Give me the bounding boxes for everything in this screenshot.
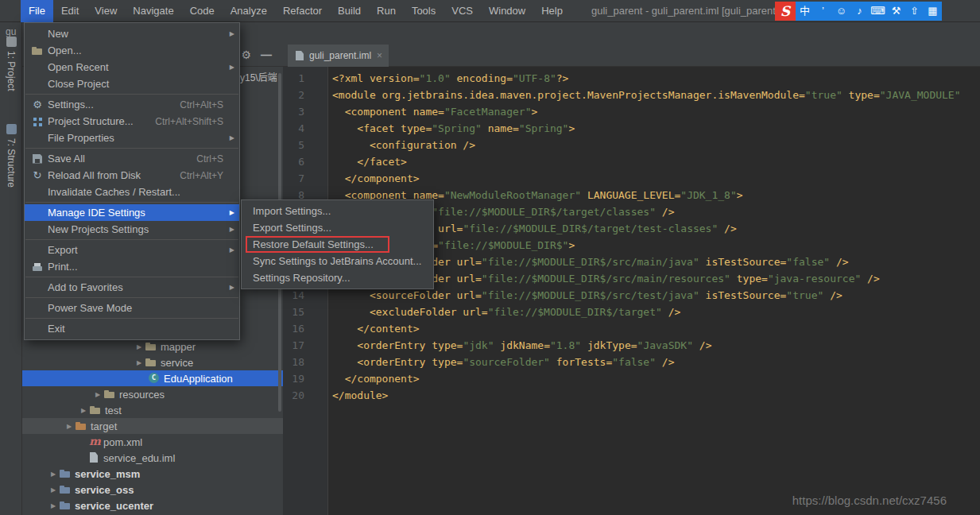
menubar-item-tools[interactable]: Tools xyxy=(404,0,444,22)
punctuation-icon[interactable]: ’ xyxy=(814,2,832,21)
toolwindow-button-project[interactable]: 1: Project xyxy=(0,37,22,91)
toolbox-icon[interactable]: ⚒ xyxy=(887,2,905,21)
submenu-arrow-icon xyxy=(223,284,234,291)
expand-arrow-icon[interactable] xyxy=(78,407,89,414)
toolwindow-bar: gu 1: Project 7: Structure xyxy=(0,22,22,515)
menubar-item-refactor[interactable]: Refactor xyxy=(275,0,330,22)
menu-item-label: Export Settings... xyxy=(253,222,331,234)
expand-arrow-icon[interactable] xyxy=(92,391,103,398)
code-line[interactable]: 2<module org.jetbrains.idea.maven.projec… xyxy=(283,87,980,103)
expand-arrow-icon[interactable] xyxy=(48,470,59,478)
code-line[interactable]: 15 <excludeFolder url="file://$MODULE_DI… xyxy=(283,304,980,320)
code-token: /> xyxy=(823,289,842,301)
line-number: 7 xyxy=(283,170,328,187)
voice-input-icon[interactable]: ♪ xyxy=(850,2,869,21)
expand-arrow-icon[interactable] xyxy=(48,502,59,509)
file-menu-item-manage-ide-settings[interactable]: Manage IDE Settings xyxy=(25,204,239,221)
keyboard-icon[interactable]: ⌨ xyxy=(869,2,887,21)
expand-arrow-icon[interactable] xyxy=(134,359,145,366)
file-menu-item-file-properties[interactable]: File Properties xyxy=(25,130,239,146)
menubar-item-analyze[interactable]: Analyze xyxy=(223,0,275,22)
file-menu-item-settings[interactable]: ⚙Settings...Ctrl+Alt+S xyxy=(25,96,239,113)
hide-panel-icon[interactable]: — xyxy=(261,48,272,61)
menubar-item-build[interactable]: Build xyxy=(330,0,369,22)
code-line[interactable]: 16 </content> xyxy=(283,320,980,337)
file-menu-item-exit[interactable]: Exit xyxy=(25,320,239,337)
expand-arrow-icon[interactable] xyxy=(134,343,145,350)
file-menu-item-close-project[interactable]: Close Project xyxy=(25,76,239,92)
menubar-item-code[interactable]: Code xyxy=(182,0,223,22)
file-menu-item-print[interactable]: Print... xyxy=(25,258,239,275)
file-menu-item-reload-all-from-disk[interactable]: ↻Reload All from DiskCtrl+Alt+Y xyxy=(25,167,239,184)
code-area[interactable]: 1<?xml version="1.0" encoding="UTF-8"?>2… xyxy=(283,70,980,515)
menu-icon-spacer xyxy=(31,223,44,236)
emoji-icon[interactable]: ☺ xyxy=(832,2,850,21)
chinese-mode-icon[interactable]: 中 xyxy=(796,2,814,21)
file-menu-item-add-to-favorites[interactable]: Add to Favorites xyxy=(25,279,239,296)
code-token: name= xyxy=(482,122,519,134)
submenu-item-export-settings[interactable]: Export Settings... xyxy=(242,219,433,236)
tree-item-service-ucenter[interactable]: service_ucenter xyxy=(22,498,283,513)
code-text: </component> xyxy=(328,373,420,385)
code-token: "jdk" xyxy=(463,339,494,351)
gear-icon[interactable]: ⚙ xyxy=(241,48,251,61)
code-line[interactable]: 7 </component> xyxy=(283,170,980,187)
tree-item-service[interactable]: service xyxy=(22,354,283,370)
code-line[interactable]: 20</module> xyxy=(283,387,980,404)
file-menu-item-open-recent[interactable]: Open Recent xyxy=(25,59,239,76)
menubar-item-vcs[interactable]: VCS xyxy=(444,0,481,22)
file-menu-item-export[interactable]: Export xyxy=(25,242,239,258)
code-text: <component name="FacetManager"> xyxy=(328,106,537,118)
code-line[interactable]: 19 </component> xyxy=(283,370,980,387)
code-line[interactable]: 4 <facet type="Spring" name="Spring"> xyxy=(283,120,980,137)
line-number: 20 xyxy=(283,387,328,404)
file-menu-item-invalidate-caches-restart[interactable]: Invalidate Caches / Restart... xyxy=(25,184,239,200)
menubar-item-help[interactable]: Help xyxy=(533,0,571,22)
file-menu-item-save-all[interactable]: Save AllCtrl+S xyxy=(25,150,239,167)
code-line[interactable]: 14 <sourceFolder url="file://$MODULE_DIR… xyxy=(283,287,980,304)
tree-item-pom-xml[interactable]: pom.xml xyxy=(22,434,283,450)
file-menu-item-power-save-mode[interactable]: Power Save Mode xyxy=(25,300,239,316)
grid-icon[interactable]: ▦ xyxy=(924,2,942,21)
code-line[interactable]: 18 <orderEntry type="sourceFolder" forTe… xyxy=(283,354,980,370)
code-text: </component> xyxy=(328,172,420,184)
menubar-item-run[interactable]: Run xyxy=(369,0,404,22)
submenu-item-settings-repository[interactable]: Settings Repository... xyxy=(242,269,433,286)
code-line[interactable]: 6 </facet> xyxy=(283,153,980,170)
code-line[interactable]: 3 <component name="FacetManager"> xyxy=(283,103,980,120)
tree-item-resources[interactable]: resources xyxy=(22,386,283,402)
submenu-item-restore-default-settings[interactable]: Restore Default Settings... xyxy=(242,236,433,253)
arrow-up-icon[interactable]: ⇧ xyxy=(905,2,924,21)
file-menu-item-new[interactable]: New xyxy=(25,25,239,42)
menubar-item-window[interactable]: Window xyxy=(481,0,533,22)
code-line[interactable]: 1<?xml version="1.0" encoding="UTF-8"?> xyxy=(283,70,980,87)
folder-icon xyxy=(89,404,102,416)
expand-arrow-icon[interactable] xyxy=(64,423,75,430)
file-menu-item-open[interactable]: Open... xyxy=(25,42,239,59)
tree-item-service-msm[interactable]: service_msm xyxy=(22,466,283,482)
tree-item-service-oss[interactable]: service_oss xyxy=(22,482,283,498)
toolwindow-button-structure[interactable]: 7: Structure xyxy=(0,124,22,188)
menu-item-shortcut: Ctrl+Alt+Y xyxy=(165,170,223,181)
menubar-item-edit[interactable]: Edit xyxy=(53,0,87,22)
tree-item-service-edu-iml[interactable]: service_edu.iml xyxy=(22,450,283,466)
code-line[interactable]: 5 <configuration /> xyxy=(283,137,980,153)
tree-item-target[interactable]: target xyxy=(22,418,283,434)
file-menu-item-new-projects-settings[interactable]: New Projects Settings xyxy=(25,221,239,238)
tree-item-test[interactable]: test xyxy=(22,402,283,418)
code-line[interactable]: 17 <orderEntry type="jdk" jdkName="1.8" … xyxy=(283,337,980,354)
sogou-logo-icon[interactable]: S xyxy=(775,2,796,21)
menubar-item-file[interactable]: File xyxy=(21,0,53,22)
tab-close-icon[interactable]: × xyxy=(377,50,382,61)
file-menu-item-project-structure[interactable]: Project Structure...Ctrl+Alt+Shift+S xyxy=(25,113,239,130)
line-number: 18 xyxy=(283,354,328,370)
submenu-item-sync-settings-to-jetbrains-account[interactable]: Sync Settings to JetBrains Account... xyxy=(242,253,433,269)
tree-item-eduapplication[interactable]: EduApplication xyxy=(22,370,283,386)
expand-arrow-icon[interactable] xyxy=(48,486,59,494)
code-token: "false" xyxy=(786,256,830,268)
menubar-item-view[interactable]: View xyxy=(87,0,125,22)
tree-item-mapper[interactable]: mapper xyxy=(22,339,283,354)
menubar-item-navigate[interactable]: Navigate xyxy=(125,0,181,22)
submenu-item-import-settings[interactable]: Import Settings... xyxy=(242,203,433,219)
editor-tab-guli-parent-iml[interactable]: guli_parent.iml × xyxy=(288,45,389,67)
